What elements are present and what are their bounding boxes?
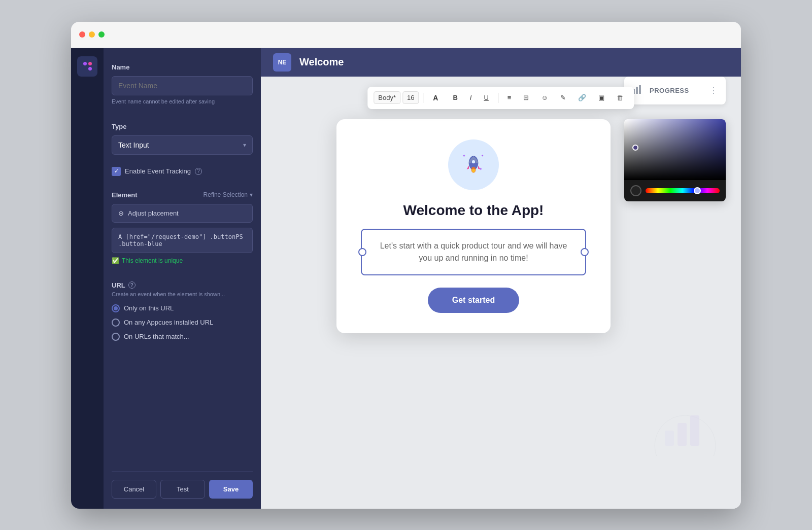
refine-selection-label: Refine Selection [204,191,248,198]
svg-rect-14 [690,415,699,446]
font-color-icon: A [432,94,441,102]
url-option-1-label: Only on this URL [124,304,174,312]
toolbar-align-button[interactable]: ≡ [502,91,517,104]
element-header: Element Refine Selection ▾ [112,191,253,199]
chevron-down-icon-2: ▾ [250,191,253,198]
enable-tracking-row[interactable]: ✓ Enable Event Tracking ? [112,167,253,176]
url-helper-text: Create an event when the element is show… [112,291,253,297]
crosshair-icon: ⊕ [118,209,124,217]
get-started-button[interactable]: Get started [428,288,519,313]
welcome-text-box: Let's start with a quick product tour an… [361,229,586,275]
chevron-down-icon: ▾ [243,142,246,149]
save-button[interactable]: Save [209,480,253,499]
color-gradient-area[interactable] [624,119,726,180]
text-toolbar: Body* 16 A B I U ≡ ⊟ ☺ ✎ 🔗 ▣ 🗑 [367,87,634,109]
tracking-help-icon[interactable]: ? [195,168,202,175]
welcome-title: Welcome to the App! [361,202,586,219]
color-picker[interactable] [624,119,726,201]
url-help-icon[interactable]: ? [128,281,136,289]
url-option-3[interactable]: On URLs that match... [112,333,253,341]
logo-dot-4 [88,67,92,70]
toolbar-font-color-button[interactable]: A [427,91,446,105]
url-option-2[interactable]: On any Appcues installed URL [112,319,253,327]
toolbar-underline-button[interactable]: U [479,91,493,104]
cancel-button[interactable]: Cancel [112,480,156,499]
name-section: Name Event name cannot be edited after s… [112,63,253,113]
toolbar-emoji-button[interactable]: ☺ [536,91,553,104]
toolbar-link-button[interactable]: 🔗 [573,91,591,104]
toolbar-separator-2 [498,93,498,103]
top-nav: NE Welcome [261,48,741,77]
welcome-description: Let's start with a quick product tour an… [374,240,573,264]
event-name-input[interactable] [112,76,253,95]
spectrum-cursor[interactable] [694,187,701,194]
toolbar-size-dropdown[interactable]: 16 [402,91,419,104]
nav-avatar: NE [273,53,291,72]
url-option-1[interactable]: Only on this URL [112,304,253,312]
enable-tracking-label: Enable Event Tracking [125,167,191,175]
browser-dots [79,31,105,38]
unique-element-badge: ✅ This element is unique [112,257,253,264]
toolbar-style-dropdown[interactable]: Body* [374,91,400,104]
bar-chart-icon [632,85,644,94]
color-row [630,185,720,196]
type-section: Type Text Input ▾ [112,123,253,162]
name-label: Name [112,63,253,71]
enable-tracking-checkbox[interactable]: ✓ [112,167,121,176]
logo-dot-2 [88,62,92,65]
browser-dot-green [98,31,105,38]
element-label: Element [112,191,138,199]
radio-button-3[interactable] [112,333,120,341]
element-section: Element Refine Selection ▾ ⊕ Adjust plac… [112,191,253,274]
app-sidebar [71,48,104,509]
svg-rect-12 [665,431,674,446]
url-section: URL ? Create an event when the element i… [112,281,253,347]
current-color-swatch[interactable] [630,185,641,196]
browser-dot-red [79,31,85,38]
color-picker-cursor[interactable] [632,145,638,151]
url-title: URL [112,281,125,289]
svg-rect-3 [639,85,641,94]
toolbar-mention-button[interactable]: ✎ [555,91,571,104]
toolbar-list-button[interactable]: ⊟ [518,91,534,104]
toolbar-bold-button[interactable]: B [448,91,462,104]
logo-dot-1 [83,62,87,65]
main-content: NE Welcome Body* 16 A B I U ≡ ⊟ ☺ [261,48,741,509]
type-label: Type [112,123,253,130]
progress-chart-icon [632,85,644,96]
browser-dot-yellow [89,31,95,38]
toolbar-image-button[interactable]: ▣ [593,91,610,104]
url-option-2-label: On any Appcues installed URL [124,319,213,326]
radio-button-1[interactable] [112,304,120,312]
toolbar-delete-button[interactable]: 🗑 [612,91,628,104]
decorative-chart-icon [645,405,726,456]
color-spectrum-slider[interactable] [646,188,720,193]
adjust-placement-button[interactable]: ⊕ Adjust placement [112,204,253,223]
browser-window: Name Event name cannot be edited after s… [71,22,741,509]
toolbar-italic-button[interactable]: I [465,91,477,104]
svg-text:✦: ✦ [462,154,466,158]
unique-badge-text: This element is unique [122,257,183,264]
logo-dots [83,62,92,70]
radio-button-2[interactable] [112,319,120,327]
type-dropdown[interactable]: Text Input ▾ [112,135,253,155]
nav-title: Welcome [299,56,344,68]
type-dropdown-value: Text Input [118,141,149,149]
element-code-display: A [href="/request-demo"] .buttonPS .butt… [112,228,253,253]
test-button[interactable]: Test [160,480,205,499]
welcome-modal: ✦ ✦ ✦ [336,119,611,333]
progress-menu-icon[interactable]: ⋮ [709,86,718,95]
check-circle-icon: ✅ [112,257,119,264]
svg-point-8 [471,160,476,164]
svg-text:✦: ✦ [479,167,483,171]
svg-rect-13 [678,423,687,446]
svg-point-10 [472,168,475,172]
radio-inner-1 [114,306,118,310]
name-helper-text: Event name cannot be edited after saving [112,98,253,104]
refine-selection-button[interactable]: Refine Selection ▾ [204,191,253,198]
rocket-icon: ✦ ✦ ✦ [458,150,489,180]
left-panel: Name Event name cannot be edited after s… [104,48,261,509]
browser-titlebar [71,22,741,48]
color-controls [624,180,726,201]
checkmark-icon: ✓ [114,168,119,174]
